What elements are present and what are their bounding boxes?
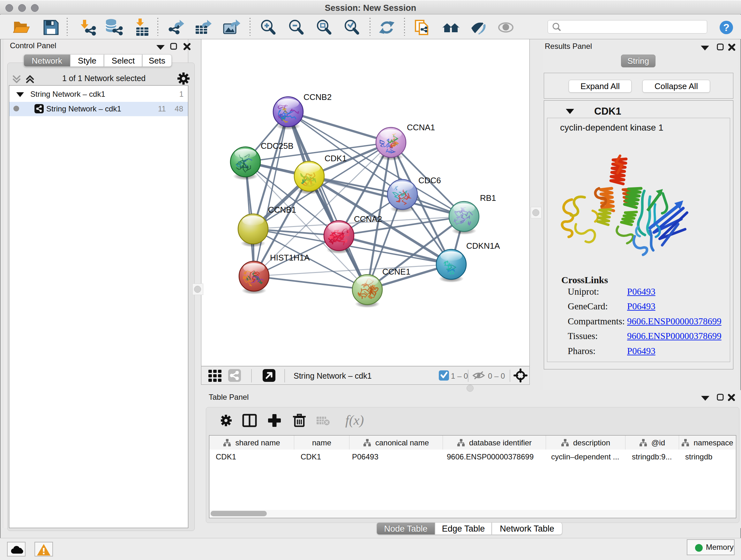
svg-text:CDK1: CDK1: [325, 153, 347, 163]
svg-text:RB1: RB1: [480, 193, 496, 203]
svg-text:CCNA1: CCNA1: [407, 123, 435, 132]
svg-text:CCNB1: CCNB1: [268, 205, 296, 214]
svg-text:CDKN1A: CDKN1A: [466, 241, 500, 251]
svg-text:f(x): f(x): [345, 413, 364, 428]
svg-text:HIST1H1A: HIST1H1A: [270, 253, 310, 262]
svg-text:?: ?: [723, 22, 730, 33]
svg-text:CCNE1: CCNE1: [382, 267, 410, 276]
svg-text:CDC6: CDC6: [418, 176, 441, 185]
svg-text:CCNA2: CCNA2: [354, 214, 382, 224]
svg-text:CCNB2: CCNB2: [304, 92, 332, 102]
svg-text:CDC25B: CDC25B: [261, 141, 293, 151]
